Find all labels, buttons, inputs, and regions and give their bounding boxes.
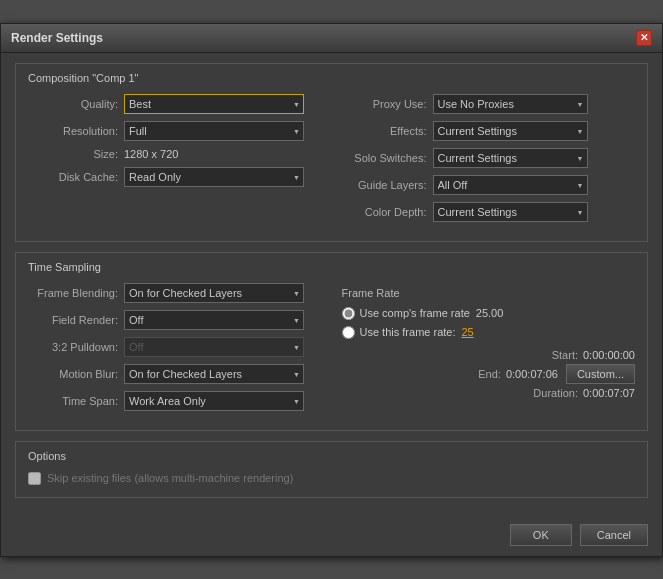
custom-frame-rate-radio[interactable] xyxy=(342,326,355,339)
close-button[interactable]: ✕ xyxy=(636,30,652,46)
frame-rate-title: Frame Rate xyxy=(342,287,636,299)
start-value: 0:00:00:00 xyxy=(583,349,635,361)
pulldown-row: 3:2 Pulldown: Off xyxy=(28,337,322,357)
end-label: End: xyxy=(478,368,501,380)
quality-select[interactable]: Best Draft Wireframe xyxy=(124,94,304,114)
size-value: 1280 x 720 xyxy=(124,148,178,160)
field-render-row: Field Render: Off Upper Field First Lowe… xyxy=(28,310,322,330)
guide-layers-row: Guide Layers: All Off All On Current Set… xyxy=(342,175,636,195)
color-depth-select-wrapper: Current Settings 8 bpc 16 bpc 32 bpc xyxy=(433,202,588,222)
motion-blur-row: Motion Blur: On for Checked Layers On fo… xyxy=(28,364,322,384)
cancel-button[interactable]: Cancel xyxy=(580,524,648,546)
time-info: Start: 0:00:00:00 End: 0:00:07:06 Custom… xyxy=(342,349,636,399)
time-span-label: Time Span: xyxy=(28,395,118,407)
skip-files-label: Skip existing files (allows multi-machin… xyxy=(47,472,293,484)
time-span-select-wrapper: Work Area Only Length of Comp Custom... xyxy=(124,391,304,411)
guide-layers-select-wrapper: All Off All On Current Settings xyxy=(433,175,588,195)
resolution-select[interactable]: Full Half Third Quarter Custom... xyxy=(124,121,304,141)
comp-frame-rate-row: Use comp's frame rate 25.00 xyxy=(342,307,636,320)
solo-switches-row: Solo Switches: Current Settings All On A… xyxy=(342,148,636,168)
size-row: Size: 1280 x 720 xyxy=(28,148,322,160)
comp-frame-rate-value: 25.00 xyxy=(476,307,504,319)
end-row: End: 0:00:07:06 Custom... xyxy=(342,364,636,384)
field-render-select[interactable]: Off Upper Field First Lower Field First xyxy=(124,310,304,330)
field-render-select-wrapper: Off Upper Field First Lower Field First xyxy=(124,310,304,330)
title-bar: Render Settings ✕ xyxy=(1,24,662,53)
resolution-row: Resolution: Full Half Third Quarter Cust… xyxy=(28,121,322,141)
solo-switches-select[interactable]: Current Settings All On All Off xyxy=(433,148,588,168)
proxy-use-label: Proxy Use: xyxy=(342,98,427,110)
solo-switches-select-wrapper: Current Settings All On All Off xyxy=(433,148,588,168)
disk-cache-select-wrapper: Read Only Current Settings Off xyxy=(124,167,304,187)
resolution-select-wrapper: Full Half Third Quarter Custom... xyxy=(124,121,304,141)
options-title: Options xyxy=(28,450,635,462)
time-span-row: Time Span: Work Area Only Length of Comp… xyxy=(28,391,322,411)
comp-frame-rate-label: Use comp's frame rate xyxy=(360,307,470,319)
options-section: Options Skip existing files (allows mult… xyxy=(15,441,648,498)
proxy-use-select-wrapper: Use No Proxies Use All Proxies Use Comp … xyxy=(433,94,588,114)
time-sampling-left: Frame Blending: On for Checked Layers On… xyxy=(28,283,322,418)
skip-files-row: Skip existing files (allows multi-machin… xyxy=(28,472,635,485)
frame-blending-select[interactable]: On for Checked Layers On for All Layers … xyxy=(124,283,304,303)
time-sampling-right: Frame Rate Use comp's frame rate 25.00 U… xyxy=(342,283,636,418)
color-depth-label: Color Depth: xyxy=(342,206,427,218)
ok-button[interactable]: OK xyxy=(510,524,572,546)
time-sampling-title: Time Sampling xyxy=(28,261,635,273)
pulldown-select[interactable]: Off xyxy=(124,337,304,357)
render-settings-dialog: Render Settings ✕ Composition "Comp 1" Q… xyxy=(0,23,663,557)
effects-select[interactable]: Current Settings All On All Off xyxy=(433,121,588,141)
composition-section: Composition "Comp 1" Quality: Best Draft… xyxy=(15,63,648,242)
guide-layers-select[interactable]: All Off All On Current Settings xyxy=(433,175,588,195)
duration-value: 0:00:07:07 xyxy=(583,387,635,399)
custom-frame-rate-row: Use this frame rate: 25 xyxy=(342,326,636,339)
time-sampling-section: Time Sampling Frame Blending: On for Che… xyxy=(15,252,648,431)
custom-frame-rate-value[interactable]: 25 xyxy=(461,326,473,338)
duration-row: Duration: 0:00:07:07 xyxy=(342,387,636,399)
custom-button[interactable]: Custom... xyxy=(566,364,635,384)
quality-select-wrapper: Best Draft Wireframe xyxy=(124,94,304,114)
frame-blending-select-wrapper: On for Checked Layers On for All Layers … xyxy=(124,283,304,303)
effects-select-wrapper: Current Settings All On All Off xyxy=(433,121,588,141)
field-render-label: Field Render: xyxy=(28,314,118,326)
time-span-select[interactable]: Work Area Only Length of Comp Custom... xyxy=(124,391,304,411)
right-column: Proxy Use: Use No Proxies Use All Proxie… xyxy=(342,94,636,229)
disk-cache-label: Disk Cache: xyxy=(28,171,118,183)
resolution-label: Resolution: xyxy=(28,125,118,137)
left-column: Quality: Best Draft Wireframe Resolution… xyxy=(28,94,322,229)
effects-row: Effects: Current Settings All On All Off xyxy=(342,121,636,141)
motion-blur-select[interactable]: On for Checked Layers On for All Layers … xyxy=(124,364,304,384)
color-depth-select[interactable]: Current Settings 8 bpc 16 bpc 32 bpc xyxy=(433,202,588,222)
end-value: 0:00:07:06 xyxy=(506,368,558,380)
proxy-use-select[interactable]: Use No Proxies Use All Proxies Use Comp … xyxy=(433,94,588,114)
pulldown-label: 3:2 Pulldown: xyxy=(28,341,118,353)
motion-blur-select-wrapper: On for Checked Layers On for All Layers … xyxy=(124,364,304,384)
proxy-use-row: Proxy Use: Use No Proxies Use All Proxie… xyxy=(342,94,636,114)
pulldown-select-wrapper: Off xyxy=(124,337,304,357)
color-depth-row: Color Depth: Current Settings 8 bpc 16 b… xyxy=(342,202,636,222)
motion-blur-label: Motion Blur: xyxy=(28,368,118,380)
effects-label: Effects: xyxy=(342,125,427,137)
dialog-content: Composition "Comp 1" Quality: Best Draft… xyxy=(1,53,662,518)
start-row: Start: 0:00:00:00 xyxy=(342,349,636,361)
frame-blending-row: Frame Blending: On for Checked Layers On… xyxy=(28,283,322,303)
comp-frame-rate-radio[interactable] xyxy=(342,307,355,320)
composition-title: Composition "Comp 1" xyxy=(28,72,635,84)
composition-grid: Quality: Best Draft Wireframe Resolution… xyxy=(28,94,635,229)
solo-switches-label: Solo Switches: xyxy=(342,152,427,164)
frame-rate-section: Frame Rate Use comp's frame rate 25.00 U… xyxy=(342,287,636,339)
dialog-title: Render Settings xyxy=(11,31,103,45)
quality-row: Quality: Best Draft Wireframe xyxy=(28,94,322,114)
frame-blending-label: Frame Blending: xyxy=(28,287,118,299)
disk-cache-select[interactable]: Read Only Current Settings Off xyxy=(124,167,304,187)
time-sampling-grid: Frame Blending: On for Checked Layers On… xyxy=(28,283,635,418)
quality-label: Quality: xyxy=(28,98,118,110)
custom-frame-rate-label: Use this frame rate: xyxy=(360,326,456,338)
disk-cache-row: Disk Cache: Read Only Current Settings O… xyxy=(28,167,322,187)
start-label: Start: xyxy=(552,349,578,361)
bottom-bar: OK Cancel xyxy=(1,518,662,556)
skip-files-checkbox[interactable] xyxy=(28,472,41,485)
duration-label: Duration: xyxy=(533,387,578,399)
guide-layers-label: Guide Layers: xyxy=(342,179,427,191)
size-label: Size: xyxy=(28,148,118,160)
